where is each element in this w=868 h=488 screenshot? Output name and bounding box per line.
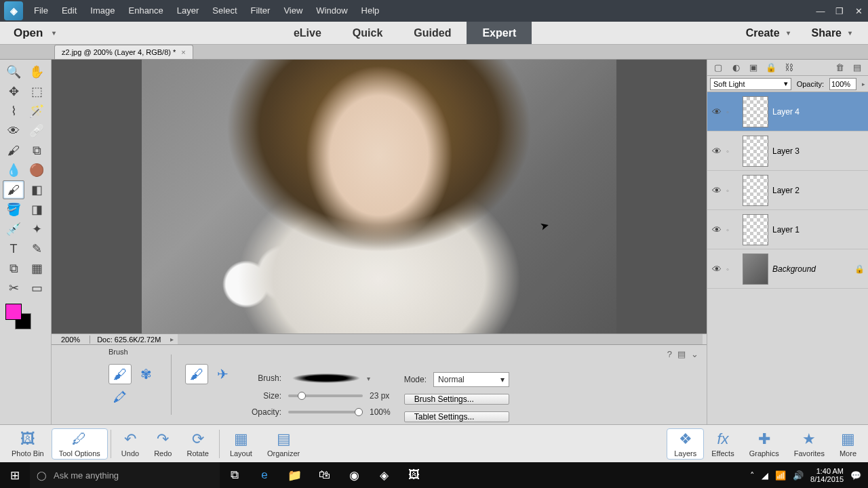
menu-select[interactable]: Select	[205, 0, 243, 22]
file-explorer-icon[interactable]: 📁	[279, 462, 309, 488]
minimize-button[interactable]: —	[811, 3, 830, 19]
layer-row[interactable]: 👁◦Layer 2	[707, 171, 868, 210]
chrome-icon[interactable]: ◉	[339, 462, 369, 488]
volume-icon[interactable]: 🔊	[793, 470, 804, 481]
spot-heal-tool-icon[interactable]: 🩹	[26, 121, 47, 140]
hand-tool-icon[interactable]: ✋	[26, 62, 47, 81]
visibility-icon[interactable]: 👁	[707, 224, 726, 235]
menu-filter[interactable]: Filter	[244, 0, 277, 22]
brush-mode-paint-icon[interactable]: 🖌	[185, 364, 208, 384]
redeye-tool-icon[interactable]: 👁	[3, 121, 24, 140]
opacity-slider[interactable]	[288, 411, 363, 413]
doc-info-arrow-icon[interactable]: ▸	[167, 336, 174, 343]
adjustment-layer-icon[interactable]: ◐	[729, 62, 743, 74]
layer-row[interactable]: 👁◦Layer 3	[707, 131, 868, 171]
layer-row[interactable]: 👁◦Layer 4	[707, 92, 868, 131]
tab-expert[interactable]: Expert	[467, 22, 532, 44]
recompose-tool-icon[interactable]: ▦	[26, 259, 47, 278]
taskbar-search[interactable]: ◯ Ask me anything	[30, 462, 220, 488]
favorites-button[interactable]: ★Favorites	[787, 428, 832, 460]
menu-window[interactable]: Window	[309, 0, 354, 22]
close-button[interactable]: ✕	[849, 3, 868, 19]
brush-mode-airbrush-icon[interactable]: ✈	[211, 364, 234, 384]
foreground-color-swatch[interactable]	[5, 304, 22, 320]
eyedropper-tool-icon[interactable]: 💉	[3, 220, 24, 239]
link-icon[interactable]: ◦	[726, 186, 738, 195]
move-tool-icon[interactable]: ✥	[3, 82, 24, 101]
visibility-icon[interactable]: 👁	[707, 264, 726, 274]
network-icon[interactable]: ◢	[762, 470, 768, 481]
layer-row[interactable]: 👁◦Layer 1	[707, 210, 868, 249]
content-aware-tool-icon[interactable]: ▭	[26, 279, 47, 298]
visibility-icon[interactable]: 👁	[707, 106, 726, 117]
visibility-icon[interactable]: 👁	[707, 185, 726, 196]
link-icon[interactable]: ◦	[726, 265, 738, 273]
link-layers-icon[interactable]: ⛓	[782, 62, 795, 74]
panel-menu-icon[interactable]: ▤	[677, 349, 686, 359]
brush-tool-icon[interactable]: 🖌	[3, 180, 24, 199]
menu-view[interactable]: View	[277, 0, 309, 22]
marquee-tool-icon[interactable]: ⬚	[26, 82, 47, 101]
opacity-arrow-icon[interactable]: ▸	[862, 81, 865, 87]
rotate-button[interactable]: ⟳Rotate	[179, 428, 216, 460]
layout-button[interactable]: ▦Layout	[222, 428, 260, 460]
collapse-icon[interactable]: ⌄	[691, 349, 698, 359]
tab-guided[interactable]: Guided	[398, 22, 467, 44]
blur-tool-icon[interactable]: 💧	[3, 161, 24, 180]
pencil-tool-icon[interactable]: ✎	[26, 239, 47, 258]
link-icon[interactable]: ◦	[726, 147, 738, 155]
link-icon[interactable]: ◦	[726, 226, 738, 234]
blend-mode-dropdown[interactable]: Soft Light▾	[710, 78, 791, 90]
lock-layer-icon[interactable]: 🔒	[764, 62, 778, 74]
layer-thumbnail[interactable]	[743, 175, 768, 206]
crop-tool-icon[interactable]: ⧉	[3, 259, 24, 278]
eraser-tool-icon[interactable]: ◧	[26, 180, 47, 199]
gradient-tool-icon[interactable]: ◨	[26, 200, 47, 219]
smart-brush-tool-icon[interactable]: 🖌	[3, 141, 24, 160]
layer-thumbnail[interactable]	[743, 96, 768, 127]
tray-up-icon[interactable]: ˄	[750, 470, 755, 481]
wifi-icon[interactable]: 📶	[775, 470, 786, 481]
edge-icon[interactable]: e	[250, 462, 279, 488]
notifications-icon[interactable]: 💬	[850, 470, 861, 481]
visibility-icon[interactable]: 👁	[707, 146, 726, 157]
paint-bucket-tool-icon[interactable]: 🪣	[3, 200, 24, 219]
open-button[interactable]: Open	[0, 22, 73, 44]
maximize-button[interactable]: ❐	[830, 3, 849, 19]
brush-variant-impressionist-icon[interactable]: ✾	[134, 364, 157, 384]
brush-variant-standard-icon[interactable]: 🖌	[108, 364, 132, 384]
straighten-tool-icon[interactable]: ✂	[3, 279, 24, 298]
menu-enhance[interactable]: Enhance	[122, 0, 170, 22]
layers-button[interactable]: ❖Layers	[667, 428, 704, 460]
tab-quick[interactable]: Quick	[337, 22, 398, 44]
shape-tool-icon[interactable]: ✦	[26, 220, 47, 239]
lasso-tool-icon[interactable]: ⌇	[3, 102, 24, 121]
size-slider[interactable]	[288, 394, 363, 397]
new-layer-icon[interactable]: ▢	[711, 62, 725, 74]
mode-dropdown[interactable]: Normal▾	[433, 372, 509, 387]
document-tab-close-icon[interactable]: ×	[181, 48, 185, 56]
menu-layer[interactable]: Layer	[170, 0, 206, 22]
photo-bin-button[interactable]: 🖼Photo Bin	[4, 428, 52, 460]
document-tab[interactable]: z2.jpg @ 200% (Layer 4, RGB/8) * ×	[54, 45, 193, 59]
clock[interactable]: 1:40 AM 8/14/2015	[810, 467, 844, 483]
menu-file[interactable]: File	[27, 0, 55, 22]
task-view-button[interactable]: ⧉	[220, 462, 250, 488]
type-tool-icon[interactable]: T	[3, 239, 24, 258]
more-button[interactable]: ▦More	[832, 428, 864, 460]
brush-variant-color-replace-icon[interactable]: 🖍	[108, 387, 132, 407]
graphics-button[interactable]: ✚Graphics	[742, 428, 787, 460]
quick-select-tool-icon[interactable]: 🪄	[26, 102, 47, 121]
tool-options-button[interactable]: 🖊Tool Options	[52, 428, 108, 460]
app-task-icon[interactable]: ◈	[369, 462, 399, 488]
clone-stamp-tool-icon[interactable]: ⧉	[26, 141, 47, 160]
tablet-settings-button[interactable]: Tablet Settings...	[404, 411, 509, 422]
canvas[interactable]: ➤	[52, 60, 707, 333]
help-icon[interactable]: ?	[667, 349, 672, 359]
zoom-level[interactable]: 200%	[52, 336, 90, 344]
pse-task-icon[interactable]: 🖼	[399, 462, 429, 488]
layer-row[interactable]: 👁◦Background🔒	[707, 249, 868, 289]
undo-button[interactable]: ↶Undo	[114, 428, 146, 460]
organizer-button[interactable]: ▤Organizer	[260, 428, 307, 460]
brush-dropdown-icon[interactable]: ▾	[367, 375, 370, 382]
